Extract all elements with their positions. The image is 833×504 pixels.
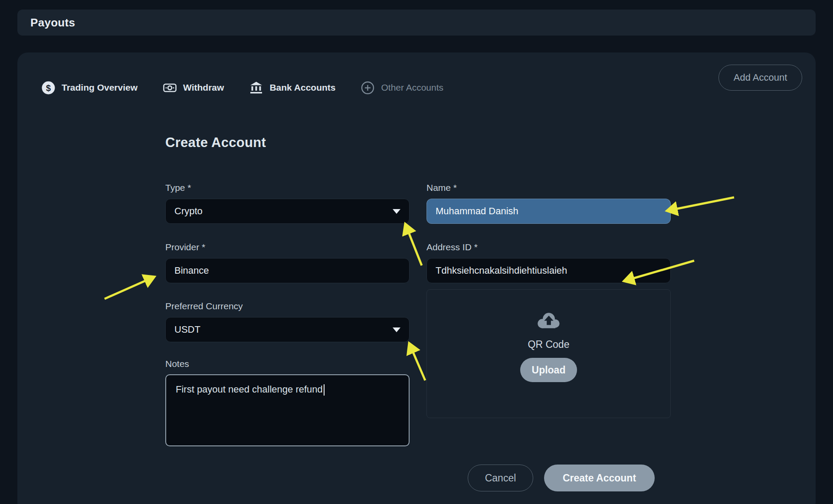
type-value: Crypto: [174, 206, 203, 217]
tab-other-accounts[interactable]: Other Accounts: [361, 81, 443, 95]
type-select[interactable]: Crypto: [165, 199, 410, 224]
payouts-screen: Payouts $ Trading Overview Withdraw: [0, 0, 833, 504]
text-cursor: [324, 384, 325, 396]
address-id-label: Address ID *: [426, 242, 478, 252]
qr-code-dropzone[interactable]: QR Code Upload: [426, 289, 671, 418]
name-input[interactable]: Muhammad Danish: [426, 199, 671, 224]
plus-circle-icon: [361, 81, 374, 95]
page-header: Payouts: [17, 10, 816, 36]
add-account-button[interactable]: Add Account: [718, 65, 802, 91]
account-tabs: $ Trading Overview Withdraw: [42, 79, 443, 97]
tab-label: Other Accounts: [381, 82, 443, 93]
page-title: Payouts: [30, 16, 75, 29]
cloud-upload-icon: [536, 311, 562, 330]
type-label: Type *: [165, 183, 191, 193]
preferred-currency-select[interactable]: USDT: [165, 317, 410, 342]
dollar-circle-icon: $: [42, 81, 55, 95]
provider-input[interactable]: Binance: [165, 258, 410, 283]
tab-trading-overview[interactable]: $ Trading Overview: [42, 81, 138, 95]
qr-code-label: QR Code: [528, 339, 570, 350]
notes-value: First payout need challenge refund: [176, 384, 323, 395]
create-account-button[interactable]: Create Account: [544, 465, 655, 491]
tab-label: Bank Accounts: [269, 82, 335, 93]
bank-icon: [249, 81, 263, 95]
tab-label: Trading Overview: [62, 82, 138, 93]
cancel-button[interactable]: Cancel: [468, 465, 533, 491]
tab-label: Withdraw: [183, 82, 224, 93]
payouts-card: $ Trading Overview Withdraw: [17, 52, 816, 504]
tab-bank-accounts[interactable]: Bank Accounts: [249, 81, 335, 95]
chevron-down-icon: [393, 327, 400, 332]
notes-textarea[interactable]: First payout need challenge refund: [165, 374, 410, 446]
chevron-down-icon: [393, 209, 400, 214]
address-id-value: Tdhksiehcnakalsihdiehtiuslaieh: [436, 265, 567, 276]
notes-label: Notes: [165, 359, 189, 369]
tab-withdraw[interactable]: Withdraw: [163, 81, 224, 95]
preferred-currency-value: USDT: [174, 324, 200, 335]
address-id-input[interactable]: Tdhksiehcnakalsihdiehtiuslaieh: [426, 258, 671, 283]
preferred-currency-label: Preferred Currency: [165, 301, 243, 311]
banknote-icon: [163, 81, 177, 95]
name-label: Name *: [426, 183, 457, 193]
provider-value: Binance: [174, 265, 209, 276]
svg-text:$: $: [46, 83, 51, 92]
form-title: Create Account: [165, 135, 266, 151]
name-value: Muhammad Danish: [436, 206, 518, 217]
provider-label: Provider *: [165, 242, 205, 252]
upload-button[interactable]: Upload: [520, 358, 577, 382]
